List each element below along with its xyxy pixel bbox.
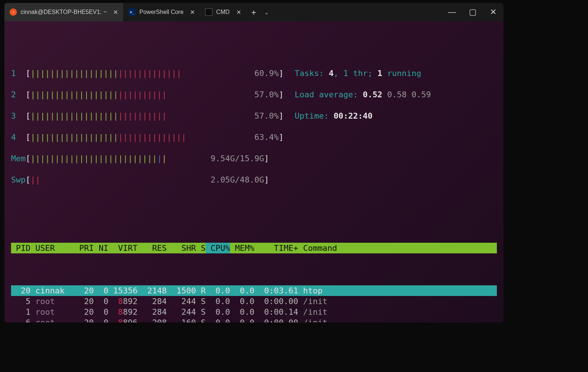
table-row[interactable]: 6 root20 08896 208 160S 0.0 0.00:00.00/i… <box>11 317 497 322</box>
tab-cmd[interactable]: CMD ✕ <box>200 3 246 21</box>
cmd-icon <box>205 8 212 16</box>
tab-label: PowerShell Core <box>139 9 183 15</box>
tab-ubuntu[interactable]: cinnak@DESKTOP-BHE5EV1: ~ ✕ <box>4 3 123 21</box>
load-line: Load average: 0.52 0.58 0.59 <box>295 89 431 100</box>
col-command[interactable]: Command <box>298 243 497 253</box>
close-button[interactable]: ✕ <box>483 3 503 21</box>
table-row[interactable]: 5 root20 08892 284 244S 0.0 0.00:00.00/i… <box>11 296 497 307</box>
tab-dropdown-icon[interactable]: ⌄ <box>261 9 272 15</box>
stats-right: Tasks: 4, 1 thr; 1 running Load average:… <box>295 57 431 206</box>
col-virt[interactable]: VIRT <box>108 243 137 253</box>
tabs: cinnak@DESKTOP-BHE5EV1: ~ ✕ >_ PowerShel… <box>4 3 272 21</box>
meter-section: 1[||||||||||||||||||||||||||||||| 60.9%]… <box>11 57 497 206</box>
tab-label: CMD <box>216 9 229 15</box>
tab-label: cinnak@DESKTOP-BHE5EV1: ~ <box>21 9 107 15</box>
terminal-window: cinnak@DESKTOP-BHE5EV1: ~ ✕ >_ PowerShel… <box>4 3 503 322</box>
table-row[interactable]: 1 root20 08892 284 244S 0.0 0.00:00.14/i… <box>11 307 497 317</box>
new-tab-button[interactable]: + <box>246 8 261 17</box>
mem-meter: Mem[|||||||||||||||||||||||||||| 9.54G/1… <box>11 153 284 164</box>
col-ni[interactable]: NI <box>94 243 108 253</box>
process-header[interactable]: PID USERPRI NIVIRT RES SHRS CPU% MEM%TIM… <box>11 243 497 253</box>
process-list: 20 cinnak20 015356 2148 1500R 0.0 0.00:0… <box>11 285 497 322</box>
maximize-button[interactable]: ▢ <box>462 3 483 21</box>
ubuntu-icon <box>10 8 17 16</box>
swp-meter: Swp[|| 2.05G/48.0G] <box>11 174 284 185</box>
titlebar: cinnak@DESKTOP-BHE5EV1: ~ ✕ >_ PowerShel… <box>4 3 503 21</box>
terminal-body[interactable]: 1[||||||||||||||||||||||||||||||| 60.9%]… <box>4 21 503 322</box>
col-time[interactable]: TIME+ <box>254 243 298 253</box>
col-user[interactable]: USER <box>35 243 79 253</box>
col-shr[interactable]: SHR <box>167 243 196 253</box>
col-res[interactable]: RES <box>137 243 166 253</box>
col-mem[interactable]: MEM% <box>230 243 254 253</box>
col-pri[interactable]: PRI <box>79 243 94 253</box>
powershell-icon: >_ <box>128 8 136 16</box>
meters-left: 1[||||||||||||||||||||||||||||||| 60.9%]… <box>11 57 284 206</box>
minimize-button[interactable]: — <box>442 3 462 21</box>
cpu-meter-4: 4[|||||||||||||||||||||||||||||||| 63.4%… <box>11 132 284 142</box>
window-controls: — ▢ ✕ <box>442 3 503 21</box>
col-pid[interactable]: PID <box>11 243 31 253</box>
cpu-meter-1: 1[||||||||||||||||||||||||||||||| 60.9%] <box>11 68 284 79</box>
col-cpu[interactable]: CPU% <box>206 243 230 253</box>
cpu-meter-2: 2[|||||||||||||||||||||||||||| 57.0%] <box>11 89 284 100</box>
uptime-line: Uptime: 00:22:40 <box>295 111 431 121</box>
close-icon[interactable]: ✕ <box>236 9 241 16</box>
close-icon[interactable]: ✕ <box>190 9 195 16</box>
tasks-line: Tasks: 4, 1 thr; 1 running <box>295 68 431 79</box>
table-row[interactable]: 20 cinnak20 015356 2148 1500R 0.0 0.00:0… <box>11 285 497 296</box>
tab-powershell[interactable]: >_ PowerShell Core ✕ <box>123 3 200 21</box>
cpu-meter-3: 3[|||||||||||||||||||||||||||| 57.0%] <box>11 111 284 121</box>
col-s[interactable]: S <box>196 243 205 253</box>
close-icon[interactable]: ✕ <box>113 9 118 16</box>
